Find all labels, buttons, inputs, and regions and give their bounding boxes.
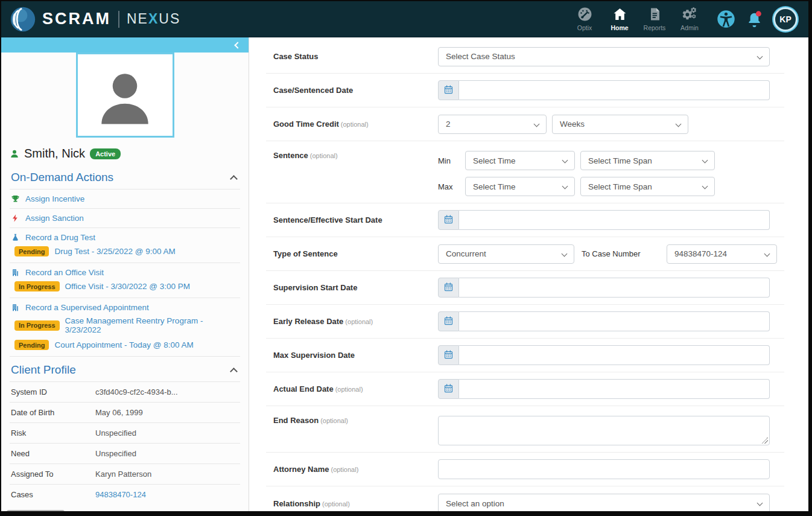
form-subrow: MinSelect TimeSelect Time Span: [438, 151, 770, 170]
end-reason-textarea[interactable]: [438, 416, 770, 445]
field-label: Case/Sentenced Date: [266, 86, 438, 95]
action-item: Assign Incentive: [10, 190, 240, 209]
status-badge: Active: [90, 148, 121, 159]
calendar-button[interactable]: [438, 345, 459, 365]
profile-value: c3fd40c9-cf2c-4934-b...: [95, 387, 178, 397]
form-row: Early Release Date(optional): [266, 305, 784, 339]
calendar-button[interactable]: [438, 210, 459, 230]
calendar-button[interactable]: [438, 311, 459, 331]
profile-value: Unspecified: [95, 449, 136, 458]
action-sub-item[interactable]: PendingDrug Test - 3/25/2022 @ 9:00 AM: [11, 242, 239, 258]
relationship-select[interactable]: Select an option: [438, 494, 770, 513]
control-cell: MinSelect TimeSelect Time SpanMaxSelect …: [438, 151, 784, 196]
body-row: Smith, Nick Active On-Demand Actions Ass…: [1, 37, 808, 516]
nav-item-label: Admin: [680, 24, 699, 31]
chevron-down-icon: [562, 183, 568, 190]
profile-row: Date of BirthMay 06, 1999: [10, 403, 240, 423]
supervision-start-date-input[interactable]: [459, 278, 770, 298]
optional-hint: (optional): [331, 466, 358, 473]
attorney-name-input[interactable]: [438, 459, 770, 479]
sentence-max-time-select[interactable]: Select Time: [465, 177, 575, 196]
nav-item-optix[interactable]: Optix: [573, 7, 596, 31]
status-badge: Pending: [14, 340, 49, 350]
field-label: Case Status: [266, 52, 438, 61]
date-input-group: [438, 311, 770, 331]
calendar-icon: [443, 383, 454, 395]
case-status-select[interactable]: Select Case Status: [438, 47, 770, 66]
action-sub-item[interactable]: In ProgressCase Management Reentry Progr…: [11, 312, 239, 336]
good-time-credit-unit-select[interactable]: Weeks: [552, 115, 688, 134]
profile-label: Risk: [11, 428, 95, 438]
notifications-button[interactable]: [745, 10, 764, 28]
sentence-min-time-select[interactable]: Select Time: [465, 151, 575, 170]
nav-item-home[interactable]: Home: [608, 7, 631, 31]
field-label-text: Attorney Name: [273, 465, 329, 474]
sentence-effective-start-date-input[interactable]: [459, 210, 770, 230]
form-subrow: MaxSelect TimeSelect Time Span: [438, 177, 770, 196]
to-case-number-select[interactable]: 94838470-124: [667, 244, 777, 264]
field-label: Sentence(optional): [266, 151, 438, 160]
action-sub-item[interactable]: In ProgressOffice Visit - 3/30/2022 @ 3:…: [11, 277, 239, 293]
control-cell: [438, 80, 784, 100]
actual-end-date-input[interactable]: [459, 379, 770, 399]
profile-value: Karyn Patterson: [95, 470, 151, 479]
on-demand-actions-section: On-Demand Actions Assign IncentiveAssign…: [1, 164, 249, 357]
app-window: SCRAM NEXUS OptixHomeReportsAdmin KP: [0, 0, 812, 516]
type-of-sentence-select[interactable]: Concurrent: [438, 244, 574, 264]
horizontal-scrollbar-thumb[interactable]: [7, 510, 65, 514]
max-supervision-date-input[interactable]: [459, 345, 770, 365]
action-link-assign-sanction[interactable]: Assign Sanction: [11, 214, 239, 223]
sidebar-collapse-bar[interactable]: [1, 37, 249, 53]
calendar-button[interactable]: [438, 278, 459, 298]
good-time-credit-amount-select[interactable]: 2: [438, 115, 547, 134]
profile-table: System IDc3fd40c9-cf2c-4934-b...Date of …: [10, 381, 240, 505]
chevron-down-icon: [676, 121, 682, 127]
select-value: 2: [446, 119, 451, 129]
select-value: Select Time Span: [588, 156, 652, 165]
subrow-label: Max: [438, 182, 460, 191]
profile-value: May 06, 1999: [95, 408, 143, 417]
client-profile-header[interactable]: Client Profile: [10, 358, 240, 381]
calendar-button[interactable]: [438, 379, 459, 399]
calendar-button[interactable]: [438, 80, 459, 100]
chevron-down-icon: [757, 53, 763, 59]
case-number-link[interactable]: 94838470-124: [95, 490, 146, 499]
action-link-record-a-supervised-appointment[interactable]: Record a Supervised Appointment: [11, 303, 239, 312]
chevron-down-icon: [702, 158, 708, 164]
select-value: Select Time Span: [588, 182, 652, 191]
nav-item-admin[interactable]: Admin: [678, 7, 701, 31]
calendar-icon: [443, 282, 454, 294]
action-link-assign-incentive[interactable]: Assign Incentive: [11, 194, 239, 203]
control-cell: [438, 278, 784, 298]
utility-cluster: KP: [717, 7, 798, 31]
client-name-row: Smith, Nick Active: [1, 138, 249, 164]
date-input-group: [438, 379, 770, 399]
chevron-left-icon: [234, 42, 241, 48]
brand-nexus-ne: NE: [127, 11, 148, 27]
nav-item-reports[interactable]: Reports: [643, 7, 666, 31]
optional-hint: (optional): [322, 500, 350, 508]
profile-row: Assigned ToKaryn Patterson: [10, 464, 240, 485]
early-release-date-input[interactable]: [459, 311, 770, 331]
sentence-min-span-select[interactable]: Select Time Span: [580, 151, 715, 170]
action-sub-text: Drug Test - 3/25/2022 @ 9:00 AM: [54, 247, 175, 256]
sentence-max-span-select[interactable]: Select Time Span: [580, 177, 715, 196]
profile-label: Need: [11, 449, 95, 458]
section-title: On-Demand Actions: [11, 171, 113, 184]
user-avatar[interactable]: KP: [773, 7, 798, 31]
client-name: Smith, Nick: [24, 147, 85, 161]
action-link-record-an-office-visit[interactable]: Record an Office Visit: [11, 268, 239, 277]
case-sentenced-date-input[interactable]: [459, 80, 770, 100]
select-value: Select Time: [473, 156, 516, 165]
field-label-text: Sentence: [273, 151, 308, 160]
action-sub-item[interactable]: PendingCourt Appointment - Today @ 8:00 …: [11, 336, 239, 351]
action-item: Record an Office VisitIn ProgressOffice …: [10, 263, 240, 298]
action-link-record-a-drug-test[interactable]: Record a Drug Test: [11, 233, 239, 242]
accessibility-button[interactable]: [717, 10, 735, 28]
control-cell: [438, 210, 784, 230]
form-row: Attorney Name(optional): [266, 453, 784, 486]
field-label: Actual End Date(optional): [266, 384, 438, 393]
date-input-group: [438, 345, 770, 365]
field-label-text: Actual End Date: [273, 384, 334, 393]
on-demand-actions-header[interactable]: On-Demand Actions: [10, 165, 240, 189]
